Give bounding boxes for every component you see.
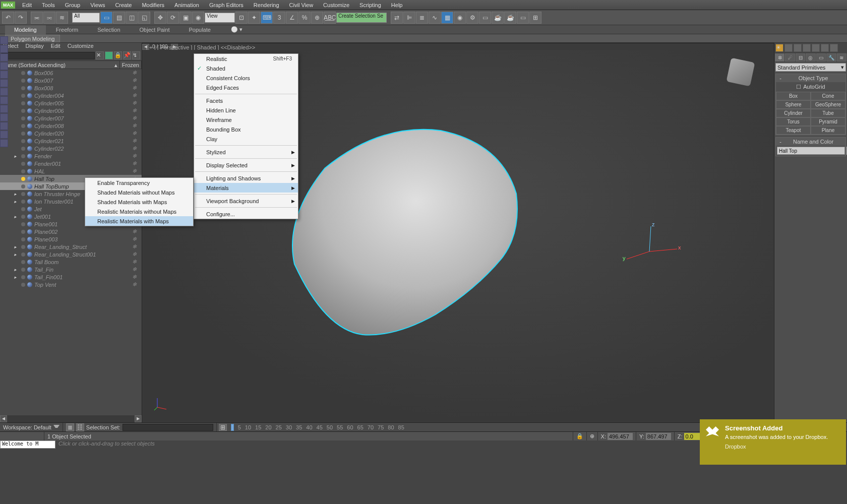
ribbon-tab-populate[interactable]: Populate <box>179 25 219 34</box>
strip-icon[interactable] <box>0 88 8 96</box>
strip-icon[interactable] <box>0 105 8 113</box>
visibility-icon[interactable] <box>21 200 25 204</box>
scroll-right-icon[interactable]: ▶ <box>135 415 142 422</box>
x-value[interactable]: 496.457 <box>608 433 633 440</box>
object-name-input[interactable] <box>777 147 845 155</box>
tree-row[interactable]: Cylinder008 ❄ <box>0 122 142 130</box>
tree-row[interactable]: ▸ Tail_Fin ❄ <box>0 266 142 273</box>
frozen-icon[interactable]: ❄ <box>132 115 137 121</box>
undo-button[interactable]: ↶ <box>2 12 14 24</box>
visibility-icon[interactable] <box>21 132 25 136</box>
sun-icon[interactable]: ☀ <box>775 44 783 52</box>
state-sets-button[interactable]: ☕ <box>504 12 516 24</box>
selset-combo[interactable] <box>123 424 213 431</box>
render-setup-button[interactable]: ⚙ <box>466 12 478 24</box>
ctx-item[interactable]: Bounding Box <box>194 124 298 134</box>
curve-editor-button[interactable]: ∿ <box>429 12 441 24</box>
tree-hscroll[interactable]: ◀ ▶ <box>0 415 142 422</box>
pivot-button[interactable]: ⊡ <box>235 12 248 24</box>
strip-icon[interactable] <box>0 113 8 121</box>
frozen-icon[interactable]: ❄ <box>132 160 137 167</box>
named-selection-combo[interactable]: Create Selection Se <box>336 13 387 23</box>
frozen-icon[interactable]: ❄ <box>132 100 137 106</box>
align-button[interactable]: ⊫ <box>403 12 415 24</box>
frozen-icon[interactable]: ❄ <box>132 107 137 114</box>
frozen-icon[interactable]: ❄ <box>132 85 137 91</box>
ribbon-tab-modeling[interactable]: Modeling <box>5 25 46 34</box>
visibility-icon[interactable] <box>21 86 25 90</box>
frozen-icon[interactable]: ❄ <box>132 281 137 288</box>
select-region-button[interactable]: ◫ <box>126 12 138 24</box>
strip-icon[interactable] <box>0 71 8 79</box>
menu-tools[interactable]: Tools <box>37 2 60 8</box>
strip-icon[interactable] <box>0 45 8 53</box>
strip-icon[interactable] <box>0 36 8 44</box>
visibility-icon[interactable] <box>21 230 25 234</box>
visibility-icon[interactable] <box>21 245 25 249</box>
autogrid-check[interactable]: ☐AutoGrid <box>776 82 845 92</box>
cp-icon[interactable] <box>830 44 838 52</box>
strip-icon[interactable] <box>0 131 8 139</box>
expand-icon[interactable]: ▸ <box>14 275 17 280</box>
refcoord-combo[interactable]: View <box>205 13 235 23</box>
tree-row[interactable]: Plane002 ❄ <box>0 228 142 235</box>
tree-row[interactable]: Box006 ❄ <box>0 69 142 77</box>
ctx-item[interactable]: ✓ Shaded <box>194 64 298 73</box>
ribbon-tab-selection[interactable]: Selection <box>88 25 129 34</box>
menu-help[interactable]: Help <box>386 2 408 8</box>
tree-row[interactable]: Cylinder021 ❄ <box>0 137 142 145</box>
workspace-selector[interactable]: Workspace: Default <box>0 423 63 431</box>
strip-icon[interactable] <box>0 96 8 104</box>
visibility-icon[interactable] <box>21 184 25 188</box>
frozen-icon[interactable]: ❄ <box>132 130 137 137</box>
shading-context-menu[interactable]: Realistic Shift+F3 ✓ Shaded Consistent C… <box>194 53 298 219</box>
frozen-icon[interactable]: ❄ <box>132 153 137 159</box>
collapse-icon[interactable]: - <box>778 75 783 81</box>
tree-row[interactable]: Top Vent ❄ <box>0 281 142 288</box>
visibility-icon[interactable] <box>21 94 25 98</box>
cp-icon[interactable] <box>794 44 802 52</box>
ctx-item[interactable]: Hidden Line <box>194 105 298 115</box>
expand-icon[interactable]: ▸ <box>14 199 17 204</box>
create-tab[interactable]: ✲ <box>775 53 784 61</box>
ctx-item[interactable]: Clay <box>194 134 298 144</box>
render-frame-button[interactable]: ▭ <box>479 12 491 24</box>
unlink-button[interactable]: ⫗ <box>43 12 55 24</box>
ctx-item[interactable]: Display Selected ▶ <box>194 160 298 170</box>
move-button[interactable]: ✥ <box>154 12 166 24</box>
expand-icon[interactable]: ▸ <box>14 154 17 159</box>
strip-icon[interactable] <box>0 122 8 130</box>
visibility-icon[interactable] <box>21 275 25 279</box>
window-crossing-button[interactable]: ◱ <box>138 12 150 24</box>
prim-teapot-button[interactable]: Teapot <box>776 126 811 135</box>
ctx-item[interactable]: Realistic Materials without Maps <box>85 207 193 216</box>
visibility-icon[interactable] <box>21 207 25 211</box>
y-value[interactable]: 867.497 <box>646 433 671 440</box>
strip-icon[interactable] <box>0 79 8 87</box>
strip-icon[interactable] <box>0 139 8 147</box>
ctx-item[interactable]: Stylized ▶ <box>194 147 298 157</box>
frozen-icon[interactable]: ❄ <box>132 145 137 152</box>
ctx-item[interactable]: Materials ▶ <box>194 183 298 193</box>
ribbon-tab-freeform[interactable]: Freeform <box>47 25 88 34</box>
tree-row[interactable]: Cylinder022 ❄ <box>0 145 142 152</box>
frozen-icon[interactable]: ❄ <box>132 259 137 265</box>
material-editor-button[interactable]: ◉ <box>454 12 466 24</box>
ribbon-tab-object-paint[interactable]: Object Paint <box>131 25 179 34</box>
prim-torus-button[interactable]: Torus <box>776 117 811 126</box>
edit-named-button[interactable]: A͟B͟C <box>324 12 336 24</box>
select-object-button[interactable]: ▭ <box>100 12 112 24</box>
pivot-gizmo[interactable]: x y z <box>617 221 682 283</box>
selset-icon[interactable]: ≣ <box>66 423 74 431</box>
visibility-icon[interactable] <box>21 71 25 75</box>
frozen-icon[interactable]: ❄ <box>132 92 137 99</box>
menu-civil-view[interactable]: Civil View <box>284 2 318 8</box>
prim-box-button[interactable]: Box <box>776 92 811 100</box>
mirror-button[interactable]: ⇄ <box>391 12 403 24</box>
menu-animation[interactable]: Animation <box>169 2 204 8</box>
frozen-icon[interactable]: ❄ <box>132 228 137 235</box>
primitive-category-combo[interactable]: Standard Primitives▾ <box>775 63 846 72</box>
tree-list[interactable]: Box006 ❄ Box007 ❄ Box008 ❄ Cylinder004 ❄… <box>0 69 142 415</box>
tree-menu-customize[interactable]: Customize <box>68 43 94 50</box>
frozen-icon[interactable]: ❄ <box>132 243 137 250</box>
